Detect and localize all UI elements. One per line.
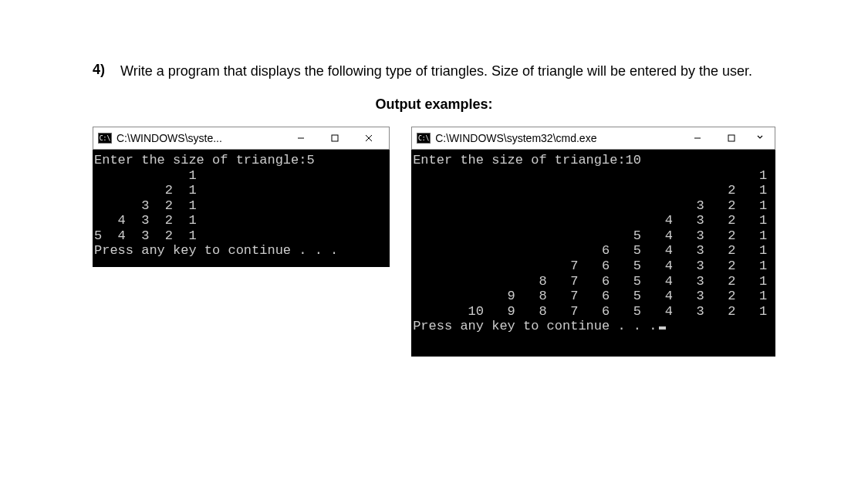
console-line: 4 3 2 1 (94, 213, 197, 228)
window-title-2: C:\WINDOWS\system32\cmd.exe (435, 132, 681, 144)
question-block: 4) Write a program that displays the fol… (93, 62, 775, 81)
console-windows-row: C:\ C:\WINDOWS\syste... Enter the size o… (93, 127, 775, 357)
console-window-2: C:\ C:\WINDOWS\system32\cmd.exe Enter th… (411, 127, 775, 357)
svg-rect-1 (332, 135, 338, 141)
close-button[interactable] (748, 127, 772, 149)
close-button[interactable] (352, 127, 386, 149)
console-line: 10 9 8 7 6 5 4 3 2 1 (413, 304, 767, 319)
question-text: Write a program that displays the follow… (120, 62, 752, 81)
console-line: 1 (94, 168, 197, 183)
console-line: 2 1 (94, 183, 197, 198)
maximize-button[interactable] (318, 127, 352, 149)
console-line: Enter the size of triangle:5 (94, 153, 315, 167)
console-window-1: C:\ C:\WINDOWS\syste... Enter the size o… (93, 127, 390, 267)
titlebar-1: C:\ C:\WINDOWS\syste... (93, 127, 390, 150)
window-controls-1 (284, 127, 386, 149)
console-line: 4 3 2 1 (413, 213, 767, 228)
maximize-button[interactable] (714, 127, 748, 149)
console-line: 9 8 7 6 5 4 3 2 1 (413, 289, 767, 303)
cursor-icon (659, 326, 666, 330)
console-line: 3 2 1 (413, 198, 767, 213)
console-line: 5 4 3 2 1 (413, 228, 767, 243)
console-line: 6 5 4 3 2 1 (413, 243, 767, 258)
console-line: 2 1 (413, 183, 767, 198)
svg-rect-5 (728, 135, 735, 141)
console-output-1: Enter the size of triangle:5 1 2 1 3 2 1… (93, 150, 390, 262)
console-line: Press any key to continue . . . (413, 319, 657, 333)
console-line: 3 2 1 (94, 198, 197, 213)
minimize-button[interactable] (681, 127, 714, 149)
console-line: 8 7 6 5 4 3 2 1 (413, 274, 767, 289)
console-line: 5 4 3 2 1 (94, 228, 197, 243)
window-controls-2 (681, 127, 772, 149)
examples-heading: Output examples: (93, 96, 775, 113)
console-output-2: Enter the size of triangle:10 1 2 1 3 2 … (411, 150, 775, 337)
console-line: Press any key to continue . . . (94, 243, 338, 258)
cmd-icon: C:\ (98, 133, 112, 144)
console-line: Enter the size of triangle:10 (413, 153, 641, 167)
document-page: 4) Write a program that displays the fol… (0, 0, 868, 497)
question-number: 4) (93, 62, 111, 78)
titlebar-2: C:\ C:\WINDOWS\system32\cmd.exe (411, 127, 775, 150)
minimize-button[interactable] (284, 127, 318, 149)
window-title-1: C:\WINDOWS\syste... (117, 132, 284, 144)
console-line: 1 (413, 168, 767, 183)
cmd-icon: C:\ (417, 133, 431, 144)
console-line: 7 6 5 4 3 2 1 (413, 259, 767, 273)
